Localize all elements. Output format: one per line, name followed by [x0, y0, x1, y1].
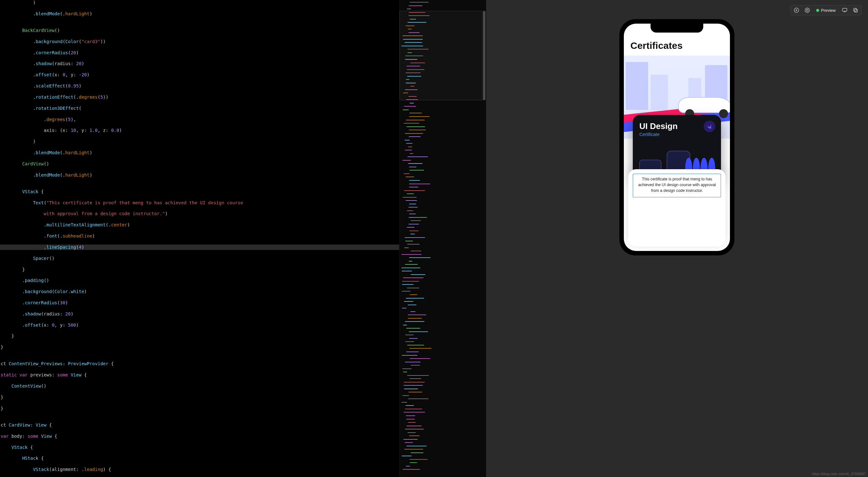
status-dot-icon [816, 9, 819, 12]
page-title: Certificates [630, 40, 682, 51]
device-notch [651, 24, 704, 33]
card-subtitle: Certificate [639, 132, 715, 137]
device-screen: Certificates UI Design Certificate [624, 24, 730, 251]
preview-toolbar: Preview [790, 5, 862, 15]
certificate-description: This certificate is proof that meng to h… [633, 174, 721, 197]
watermark: https://blog.csdn.net/m0_37508087 [812, 472, 866, 476]
device-selector-button[interactable] [840, 6, 849, 14]
svg-point-3 [806, 9, 808, 11]
device-frame: Certificates UI Design Certificate [619, 19, 735, 255]
preview-canvas: Preview Certificates [486, 0, 868, 477]
svg-rect-7 [855, 9, 858, 12]
svg-point-2 [805, 8, 809, 12]
scrollbar[interactable] [483, 11, 486, 100]
bottom-sheet: This certificate is proof that meng to h… [628, 169, 725, 246]
duplicate-preview-button[interactable] [851, 6, 860, 14]
minimap[interactable] [399, 0, 486, 477]
preview-label: Preview [821, 8, 836, 13]
svg-rect-6 [854, 8, 857, 11]
preview-status[interactable]: Preview [814, 6, 838, 14]
svg-rect-4 [842, 8, 847, 11]
svg-marker-1 [796, 9, 797, 11]
svg-rect-5 [844, 12, 846, 12]
live-preview-button[interactable] [803, 6, 812, 14]
run-button[interactable] [792, 6, 801, 14]
code-editor[interactable]: ) .blendMode(.hardLight) BackCardView() … [0, 0, 399, 477]
card-title: UI Design [639, 121, 715, 131]
